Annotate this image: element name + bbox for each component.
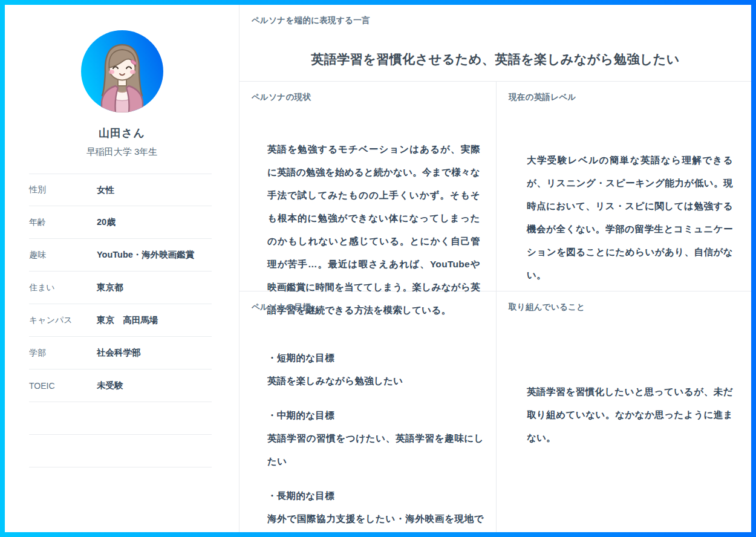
- persona-details: ペルソナを端的に表現する一言 英語学習を習慣化させるため、英語を楽しみながら勉強…: [240, 5, 751, 532]
- attribute-row-toeic: TOEIC 未受験: [29, 369, 212, 402]
- bottom-row: ペルソナの目標 ・短期的な目標 英語を楽しみながら勉強したい ・中期的な目標 英…: [240, 291, 751, 532]
- attribute-row-faculty: 学部 社会科学部: [29, 337, 212, 369]
- efforts-text: 英語学習を習慣化したいと思っているが、未だ取り組めていない。なかなか思ったように…: [527, 380, 733, 449]
- attribute-label: 住まい: [29, 282, 97, 293]
- current-state-title: ペルソナの現状: [252, 92, 484, 103]
- attribute-label: 年齢: [29, 217, 97, 228]
- section-english-level: 現在の英語レベル 大学受験レベルの簡単な英語なら理解できるが、リスニング・スピー…: [497, 82, 751, 291]
- profile-panel: 山田さん 早稲田大学 3年生 性別 女性 年齢 20歳 趣味 YouTube・海…: [5, 5, 240, 532]
- attribute-value: YouTube・海外映画鑑賞: [97, 249, 194, 261]
- avatar: [81, 30, 163, 112]
- goal-item-short-term: ・短期的な目標 英語を楽しみながら勉強したい: [267, 347, 484, 392]
- attribute-label: 性別: [29, 184, 97, 195]
- goal-item-mid-term: ・中期的な目標 英語学習の習慣をつけたい、英語学習を趣味にしたい: [267, 404, 484, 473]
- english-level-text: 大学受験レベルの簡単な英語なら理解できるが、リスニング・スピーキング能力が低い。…: [527, 149, 733, 287]
- goals-title: ペルソナの目標: [252, 302, 484, 313]
- section-efforts: 取り組んでいること 英語学習を習慣化したいと思っているが、未だ取り組めていない。…: [497, 291, 751, 532]
- attribute-row-empty: [29, 435, 212, 467]
- attribute-row-gender: 性別 女性: [29, 174, 212, 206]
- goal-text: 海外で国際協力支援をしたい・海外映画を現地で見たい: [267, 507, 484, 532]
- attribute-table: 性別 女性 年齢 20歳 趣味 YouTube・海外映画鑑賞 住まい 東京都 キ…: [29, 174, 212, 467]
- persona-sheet-frame: 山田さん 早稲田大学 3年生 性別 女性 年齢 20歳 趣味 YouTube・海…: [0, 0, 756, 537]
- goal-label: ・短期的な目標: [267, 347, 484, 369]
- attribute-label: キャンパス: [29, 315, 97, 326]
- female-student-avatar-icon: [81, 30, 163, 112]
- goal-label: ・長期的な目標: [267, 484, 484, 507]
- attribute-value: 東京 高田馬場: [97, 314, 158, 326]
- section-current-state: ペルソナの現状 英語を勉強するモチベーションはあるが、実際に英語の勉強を始めると…: [240, 82, 497, 291]
- attribute-label: TOEIC: [29, 381, 97, 391]
- attribute-value: 未受験: [97, 380, 123, 391]
- attribute-row-empty: [29, 402, 212, 435]
- section-goals: ペルソナの目標 ・短期的な目標 英語を楽しみながら勉強したい ・中期的な目標 英…: [240, 291, 497, 532]
- english-level-title: 現在の英語レベル: [509, 92, 739, 103]
- attribute-row-residence: 住まい 東京都: [29, 272, 212, 304]
- goals-list: ・短期的な目標 英語を楽しみながら勉強したい ・中期的な目標 英語学習の習慣をつ…: [267, 347, 484, 532]
- middle-row: ペルソナの現状 英語を勉強するモチベーションはあるが、実際に英語の勉強を始めると…: [240, 82, 751, 291]
- attribute-value: 東京都: [97, 282, 123, 293]
- efforts-title: 取り組んでいること: [509, 302, 739, 313]
- section-tagline: ペルソナを端的に表現する一言 英語学習を習慣化させるため、英語を楽しみながら勉強…: [240, 5, 751, 82]
- goal-item-long-term: ・長期的な目標 海外で国際協力支援をしたい・海外映画を現地で見たい: [267, 484, 484, 532]
- attribute-value: 20歳: [97, 216, 116, 228]
- attribute-row-age: 年齢 20歳: [29, 206, 212, 239]
- tagline-text: 英語学習を習慣化させるため、英語を楽しみながら勉強したい: [252, 48, 739, 71]
- attribute-value: 女性: [97, 184, 114, 196]
- goal-text: 英語学習の習慣をつけたい、英語学習を趣味にしたい: [267, 427, 484, 473]
- attribute-label: 趣味: [29, 250, 97, 261]
- attribute-label: 学部: [29, 348, 97, 359]
- attribute-value: 社会科学部: [97, 347, 141, 359]
- attribute-row-hobby: 趣味 YouTube・海外映画鑑賞: [29, 239, 212, 272]
- attribute-row-campus: キャンパス 東京 高田馬場: [29, 304, 212, 337]
- persona-sheet: 山田さん 早稲田大学 3年生 性別 女性 年齢 20歳 趣味 YouTube・海…: [5, 5, 751, 532]
- persona-name: 山田さん: [5, 126, 239, 140]
- goal-text: 英語を楽しみながら勉強したい: [267, 369, 484, 392]
- tagline-section-title: ペルソナを端的に表現する一言: [252, 15, 739, 26]
- persona-affiliation: 早稲田大学 3年生: [5, 146, 239, 158]
- goal-label: ・中期的な目標: [267, 404, 484, 427]
